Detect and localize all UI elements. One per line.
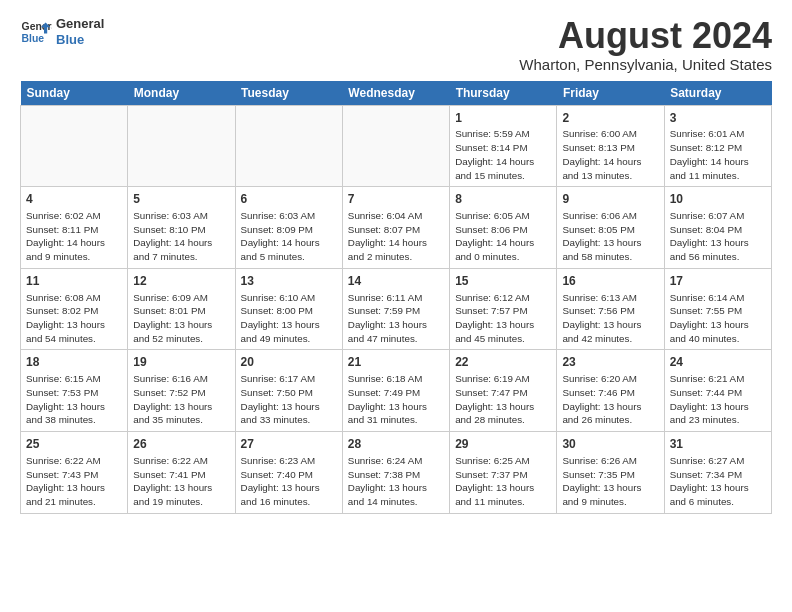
day-number: 27: [241, 436, 337, 453]
day-info: Sunrise: 6:27 AMSunset: 7:34 PMDaylight:…: [670, 454, 766, 509]
day-number: 31: [670, 436, 766, 453]
weekday-header-sunday: Sunday: [21, 81, 128, 106]
page-header: General Blue General Blue August 2024 Wh…: [20, 16, 772, 73]
calendar-cell: 31Sunrise: 6:27 AMSunset: 7:34 PMDayligh…: [664, 432, 771, 514]
day-info: Sunrise: 6:18 AMSunset: 7:49 PMDaylight:…: [348, 372, 444, 427]
day-number: 3: [670, 110, 766, 127]
svg-text:Blue: Blue: [22, 33, 45, 44]
day-info: Sunrise: 6:20 AMSunset: 7:46 PMDaylight:…: [562, 372, 658, 427]
calendar-cell: [21, 105, 128, 187]
day-info: Sunrise: 6:06 AMSunset: 8:05 PMDaylight:…: [562, 209, 658, 264]
day-number: 25: [26, 436, 122, 453]
day-number: 12: [133, 273, 229, 290]
day-number: 5: [133, 191, 229, 208]
day-number: 2: [562, 110, 658, 127]
day-info: Sunrise: 6:25 AMSunset: 7:37 PMDaylight:…: [455, 454, 551, 509]
day-number: 13: [241, 273, 337, 290]
day-number: 29: [455, 436, 551, 453]
calendar-cell: 13Sunrise: 6:10 AMSunset: 8:00 PMDayligh…: [235, 268, 342, 350]
day-info: Sunrise: 6:22 AMSunset: 7:43 PMDaylight:…: [26, 454, 122, 509]
calendar-cell: 11Sunrise: 6:08 AMSunset: 8:02 PMDayligh…: [21, 268, 128, 350]
logo-icon: General Blue: [20, 16, 52, 48]
day-number: 17: [670, 273, 766, 290]
day-info: Sunrise: 6:13 AMSunset: 7:56 PMDaylight:…: [562, 291, 658, 346]
calendar-cell: 3Sunrise: 6:01 AMSunset: 8:12 PMDaylight…: [664, 105, 771, 187]
day-info: Sunrise: 5:59 AMSunset: 8:14 PMDaylight:…: [455, 127, 551, 182]
calendar-table: SundayMondayTuesdayWednesdayThursdayFrid…: [20, 81, 772, 514]
calendar-cell: 29Sunrise: 6:25 AMSunset: 7:37 PMDayligh…: [450, 432, 557, 514]
day-number: 15: [455, 273, 551, 290]
day-number: 16: [562, 273, 658, 290]
calendar-cell: 21Sunrise: 6:18 AMSunset: 7:49 PMDayligh…: [342, 350, 449, 432]
calendar-cell: 7Sunrise: 6:04 AMSunset: 8:07 PMDaylight…: [342, 187, 449, 269]
calendar-cell: 10Sunrise: 6:07 AMSunset: 8:04 PMDayligh…: [664, 187, 771, 269]
location-subtitle: Wharton, Pennsylvania, United States: [519, 56, 772, 73]
logo-text-general: General: [56, 16, 104, 32]
logo: General Blue General Blue: [20, 16, 104, 48]
logo-text-blue: Blue: [56, 32, 104, 48]
calendar-cell: 25Sunrise: 6:22 AMSunset: 7:43 PMDayligh…: [21, 432, 128, 514]
calendar-week-row-1: 1Sunrise: 5:59 AMSunset: 8:14 PMDaylight…: [21, 105, 772, 187]
day-info: Sunrise: 6:07 AMSunset: 8:04 PMDaylight:…: [670, 209, 766, 264]
day-number: 24: [670, 354, 766, 371]
day-number: 19: [133, 354, 229, 371]
calendar-cell: 24Sunrise: 6:21 AMSunset: 7:44 PMDayligh…: [664, 350, 771, 432]
calendar-cell: 26Sunrise: 6:22 AMSunset: 7:41 PMDayligh…: [128, 432, 235, 514]
day-number: 1: [455, 110, 551, 127]
day-info: Sunrise: 6:23 AMSunset: 7:40 PMDaylight:…: [241, 454, 337, 509]
calendar-cell: [235, 105, 342, 187]
month-year-title: August 2024: [519, 16, 772, 56]
weekday-header-row: SundayMondayTuesdayWednesdayThursdayFrid…: [21, 81, 772, 106]
weekday-header-saturday: Saturday: [664, 81, 771, 106]
day-info: Sunrise: 6:24 AMSunset: 7:38 PMDaylight:…: [348, 454, 444, 509]
day-number: 20: [241, 354, 337, 371]
day-number: 21: [348, 354, 444, 371]
calendar-cell: 12Sunrise: 6:09 AMSunset: 8:01 PMDayligh…: [128, 268, 235, 350]
calendar-cell: 23Sunrise: 6:20 AMSunset: 7:46 PMDayligh…: [557, 350, 664, 432]
day-number: 11: [26, 273, 122, 290]
day-number: 18: [26, 354, 122, 371]
weekday-header-monday: Monday: [128, 81, 235, 106]
calendar-cell: 17Sunrise: 6:14 AMSunset: 7:55 PMDayligh…: [664, 268, 771, 350]
title-block: August 2024 Wharton, Pennsylvania, Unite…: [519, 16, 772, 73]
calendar-cell: [342, 105, 449, 187]
weekday-header-wednesday: Wednesday: [342, 81, 449, 106]
day-number: 7: [348, 191, 444, 208]
day-info: Sunrise: 6:17 AMSunset: 7:50 PMDaylight:…: [241, 372, 337, 427]
day-info: Sunrise: 6:11 AMSunset: 7:59 PMDaylight:…: [348, 291, 444, 346]
day-info: Sunrise: 6:02 AMSunset: 8:11 PMDaylight:…: [26, 209, 122, 264]
day-info: Sunrise: 6:15 AMSunset: 7:53 PMDaylight:…: [26, 372, 122, 427]
day-number: 6: [241, 191, 337, 208]
calendar-cell: 15Sunrise: 6:12 AMSunset: 7:57 PMDayligh…: [450, 268, 557, 350]
calendar-week-row-2: 4Sunrise: 6:02 AMSunset: 8:11 PMDaylight…: [21, 187, 772, 269]
calendar-cell: 8Sunrise: 6:05 AMSunset: 8:06 PMDaylight…: [450, 187, 557, 269]
calendar-cell: 28Sunrise: 6:24 AMSunset: 7:38 PMDayligh…: [342, 432, 449, 514]
day-info: Sunrise: 6:01 AMSunset: 8:12 PMDaylight:…: [670, 127, 766, 182]
day-info: Sunrise: 6:16 AMSunset: 7:52 PMDaylight:…: [133, 372, 229, 427]
calendar-week-row-3: 11Sunrise: 6:08 AMSunset: 8:02 PMDayligh…: [21, 268, 772, 350]
day-info: Sunrise: 6:12 AMSunset: 7:57 PMDaylight:…: [455, 291, 551, 346]
calendar-cell: 30Sunrise: 6:26 AMSunset: 7:35 PMDayligh…: [557, 432, 664, 514]
day-info: Sunrise: 6:08 AMSunset: 8:02 PMDaylight:…: [26, 291, 122, 346]
calendar-cell: 19Sunrise: 6:16 AMSunset: 7:52 PMDayligh…: [128, 350, 235, 432]
calendar-cell: 4Sunrise: 6:02 AMSunset: 8:11 PMDaylight…: [21, 187, 128, 269]
day-info: Sunrise: 6:22 AMSunset: 7:41 PMDaylight:…: [133, 454, 229, 509]
calendar-cell: 22Sunrise: 6:19 AMSunset: 7:47 PMDayligh…: [450, 350, 557, 432]
calendar-cell: [128, 105, 235, 187]
weekday-header-thursday: Thursday: [450, 81, 557, 106]
day-number: 23: [562, 354, 658, 371]
calendar-cell: 14Sunrise: 6:11 AMSunset: 7:59 PMDayligh…: [342, 268, 449, 350]
calendar-cell: 5Sunrise: 6:03 AMSunset: 8:10 PMDaylight…: [128, 187, 235, 269]
day-info: Sunrise: 6:09 AMSunset: 8:01 PMDaylight:…: [133, 291, 229, 346]
calendar-cell: 2Sunrise: 6:00 AMSunset: 8:13 PMDaylight…: [557, 105, 664, 187]
day-number: 28: [348, 436, 444, 453]
day-info: Sunrise: 6:04 AMSunset: 8:07 PMDaylight:…: [348, 209, 444, 264]
calendar-week-row-4: 18Sunrise: 6:15 AMSunset: 7:53 PMDayligh…: [21, 350, 772, 432]
calendar-cell: 1Sunrise: 5:59 AMSunset: 8:14 PMDaylight…: [450, 105, 557, 187]
day-info: Sunrise: 6:26 AMSunset: 7:35 PMDaylight:…: [562, 454, 658, 509]
day-number: 22: [455, 354, 551, 371]
calendar-week-row-5: 25Sunrise: 6:22 AMSunset: 7:43 PMDayligh…: [21, 432, 772, 514]
day-number: 30: [562, 436, 658, 453]
day-number: 10: [670, 191, 766, 208]
day-info: Sunrise: 6:03 AMSunset: 8:09 PMDaylight:…: [241, 209, 337, 264]
